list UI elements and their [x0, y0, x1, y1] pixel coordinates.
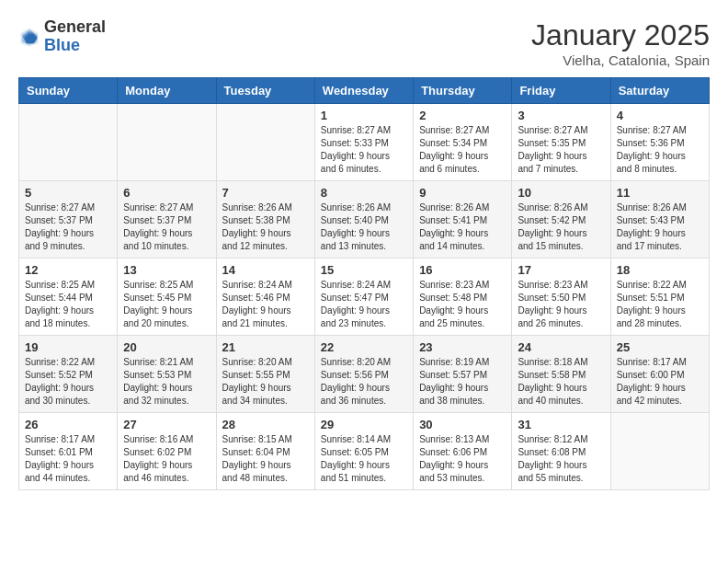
cell-details: Sunrise: 8:27 AM Sunset: 5:33 PM Dayligh…	[321, 124, 407, 176]
cell-details: Sunrise: 8:25 AM Sunset: 5:44 PM Dayligh…	[25, 279, 111, 330]
cell-details: Sunrise: 8:17 AM Sunset: 6:01 PM Dayligh…	[25, 433, 111, 485]
calendar-week-row: 26Sunrise: 8:17 AM Sunset: 6:01 PM Dayli…	[19, 413, 710, 490]
calendar-cell: 28Sunrise: 8:15 AM Sunset: 6:04 PM Dayli…	[216, 413, 314, 490]
logo-blue: Blue	[44, 36, 80, 54]
cell-details: Sunrise: 8:16 AM Sunset: 6:02 PM Dayligh…	[123, 433, 210, 485]
cell-details: Sunrise: 8:26 AM Sunset: 5:41 PM Dayligh…	[419, 201, 506, 253]
calendar-cell: 3Sunrise: 8:27 AM Sunset: 5:35 PM Daylig…	[512, 104, 610, 181]
calendar-header: SundayMondayTuesdayWednesdayThursdayFrid…	[19, 78, 710, 104]
cell-details: Sunrise: 8:12 AM Sunset: 6:08 PM Dayligh…	[518, 433, 604, 485]
calendar-cell	[118, 104, 216, 181]
calendar-cell: 14Sunrise: 8:24 AM Sunset: 5:46 PM Dayli…	[216, 259, 314, 336]
day-number: 16	[419, 263, 506, 277]
cell-details: Sunrise: 8:23 AM Sunset: 5:50 PM Dayligh…	[518, 279, 604, 330]
page-header: General Blue January 2025 Vielha, Catalo…	[18, 18, 710, 68]
cell-details: Sunrise: 8:24 AM Sunset: 5:47 PM Dayligh…	[321, 279, 407, 330]
calendar-cell: 1Sunrise: 8:27 AM Sunset: 5:33 PM Daylig…	[314, 104, 413, 181]
day-number: 27	[123, 418, 210, 431]
calendar-table: SundayMondayTuesdayWednesdayThursdayFrid…	[18, 77, 710, 490]
calendar-cell: 18Sunrise: 8:22 AM Sunset: 5:51 PM Dayli…	[610, 259, 709, 336]
cell-details: Sunrise: 8:26 AM Sunset: 5:43 PM Dayligh…	[617, 201, 703, 253]
calendar-cell: 10Sunrise: 8:26 AM Sunset: 5:42 PM Dayli…	[512, 181, 610, 259]
day-number: 9	[419, 186, 506, 200]
cell-details: Sunrise: 8:15 AM Sunset: 6:04 PM Dayligh…	[222, 433, 309, 485]
calendar-cell: 5Sunrise: 8:27 AM Sunset: 5:37 PM Daylig…	[19, 181, 118, 259]
calendar-cell: 11Sunrise: 8:26 AM Sunset: 5:43 PM Dayli…	[610, 181, 709, 259]
weekday-row: SundayMondayTuesdayWednesdayThursdayFrid…	[19, 78, 710, 104]
calendar-cell: 24Sunrise: 8:18 AM Sunset: 5:58 PM Dayli…	[512, 336, 610, 413]
weekday-header: Sunday	[19, 78, 118, 104]
calendar-cell: 27Sunrise: 8:16 AM Sunset: 6:02 PM Dayli…	[118, 413, 216, 490]
calendar-week-row: 5Sunrise: 8:27 AM Sunset: 5:37 PM Daylig…	[19, 181, 710, 259]
day-number: 22	[321, 340, 407, 354]
calendar-cell: 30Sunrise: 8:13 AM Sunset: 6:06 PM Dayli…	[414, 413, 512, 490]
calendar-cell	[19, 104, 118, 181]
calendar-cell: 22Sunrise: 8:20 AM Sunset: 5:56 PM Dayli…	[314, 336, 413, 413]
calendar-cell: 21Sunrise: 8:20 AM Sunset: 5:55 PM Dayli…	[216, 336, 314, 413]
location: Vielha, Catalonia, Spain	[531, 52, 710, 68]
day-number: 29	[321, 418, 407, 431]
cell-details: Sunrise: 8:20 AM Sunset: 5:56 PM Dayligh…	[321, 356, 407, 408]
calendar-cell: 6Sunrise: 8:27 AM Sunset: 5:37 PM Daylig…	[118, 181, 216, 259]
day-number: 28	[222, 418, 309, 431]
day-number: 11	[617, 186, 703, 200]
calendar-week-row: 1Sunrise: 8:27 AM Sunset: 5:33 PM Daylig…	[19, 104, 710, 181]
day-number: 20	[123, 340, 210, 354]
cell-details: Sunrise: 8:21 AM Sunset: 5:53 PM Dayligh…	[123, 356, 210, 408]
day-number: 18	[617, 263, 703, 277]
calendar-cell: 7Sunrise: 8:26 AM Sunset: 5:38 PM Daylig…	[216, 181, 314, 259]
day-number: 21	[222, 340, 309, 354]
cell-details: Sunrise: 8:13 AM Sunset: 6:06 PM Dayligh…	[419, 433, 506, 485]
day-number: 17	[518, 263, 604, 277]
cell-details: Sunrise: 8:14 AM Sunset: 6:05 PM Dayligh…	[321, 433, 407, 485]
calendar-cell: 25Sunrise: 8:17 AM Sunset: 6:00 PM Dayli…	[610, 336, 709, 413]
calendar-cell: 20Sunrise: 8:21 AM Sunset: 5:53 PM Dayli…	[118, 336, 216, 413]
title-block: January 2025 Vielha, Catalonia, Spain	[531, 18, 710, 68]
logo: General Blue	[18, 18, 106, 55]
cell-details: Sunrise: 8:27 AM Sunset: 5:37 PM Dayligh…	[25, 201, 111, 253]
cell-details: Sunrise: 8:22 AM Sunset: 5:51 PM Dayligh…	[617, 279, 703, 330]
calendar-cell: 2Sunrise: 8:27 AM Sunset: 5:34 PM Daylig…	[414, 104, 512, 181]
weekday-header: Wednesday	[314, 78, 413, 104]
calendar-cell: 19Sunrise: 8:22 AM Sunset: 5:52 PM Dayli…	[19, 336, 118, 413]
day-number: 15	[321, 263, 407, 277]
calendar-cell: 13Sunrise: 8:25 AM Sunset: 5:45 PM Dayli…	[118, 259, 216, 336]
calendar-cell: 4Sunrise: 8:27 AM Sunset: 5:36 PM Daylig…	[610, 104, 709, 181]
day-number: 2	[419, 109, 506, 122]
calendar-cell: 15Sunrise: 8:24 AM Sunset: 5:47 PM Dayli…	[314, 259, 413, 336]
calendar-cell	[610, 413, 709, 490]
cell-details: Sunrise: 8:26 AM Sunset: 5:38 PM Dayligh…	[222, 201, 309, 253]
cell-details: Sunrise: 8:24 AM Sunset: 5:46 PM Dayligh…	[222, 279, 309, 330]
cell-details: Sunrise: 8:22 AM Sunset: 5:52 PM Dayligh…	[25, 356, 111, 408]
weekday-header: Friday	[512, 78, 610, 104]
day-number: 8	[321, 186, 407, 200]
day-number: 30	[419, 418, 506, 431]
cell-details: Sunrise: 8:26 AM Sunset: 5:42 PM Dayligh…	[518, 201, 604, 253]
weekday-header: Tuesday	[216, 78, 314, 104]
calendar-cell: 29Sunrise: 8:14 AM Sunset: 6:05 PM Dayli…	[314, 413, 413, 490]
day-number: 5	[25, 186, 111, 200]
cell-details: Sunrise: 8:27 AM Sunset: 5:34 PM Dayligh…	[419, 124, 506, 176]
weekday-header: Monday	[118, 78, 216, 104]
logo-general: General	[44, 17, 106, 36]
day-number: 31	[518, 418, 604, 431]
calendar-cell: 16Sunrise: 8:23 AM Sunset: 5:48 PM Dayli…	[414, 259, 512, 336]
day-number: 14	[222, 263, 309, 277]
calendar-cell	[216, 104, 314, 181]
calendar-cell: 8Sunrise: 8:26 AM Sunset: 5:40 PM Daylig…	[314, 181, 413, 259]
day-number: 19	[25, 340, 111, 354]
day-number: 6	[123, 186, 210, 200]
calendar-cell: 26Sunrise: 8:17 AM Sunset: 6:01 PM Dayli…	[19, 413, 118, 490]
day-number: 1	[321, 109, 407, 122]
calendar-week-row: 12Sunrise: 8:25 AM Sunset: 5:44 PM Dayli…	[19, 259, 710, 336]
cell-details: Sunrise: 8:17 AM Sunset: 6:00 PM Dayligh…	[617, 356, 703, 408]
cell-details: Sunrise: 8:23 AM Sunset: 5:48 PM Dayligh…	[419, 279, 506, 330]
cell-details: Sunrise: 8:26 AM Sunset: 5:40 PM Dayligh…	[321, 201, 407, 253]
calendar-cell: 23Sunrise: 8:19 AM Sunset: 5:57 PM Dayli…	[414, 336, 512, 413]
logo-text: General Blue	[44, 18, 106, 55]
day-number: 4	[617, 109, 703, 122]
cell-details: Sunrise: 8:27 AM Sunset: 5:37 PM Dayligh…	[123, 201, 210, 253]
cell-details: Sunrise: 8:27 AM Sunset: 5:36 PM Dayligh…	[617, 124, 703, 176]
calendar-cell: 31Sunrise: 8:12 AM Sunset: 6:08 PM Dayli…	[512, 413, 610, 490]
calendar-cell: 9Sunrise: 8:26 AM Sunset: 5:41 PM Daylig…	[414, 181, 512, 259]
